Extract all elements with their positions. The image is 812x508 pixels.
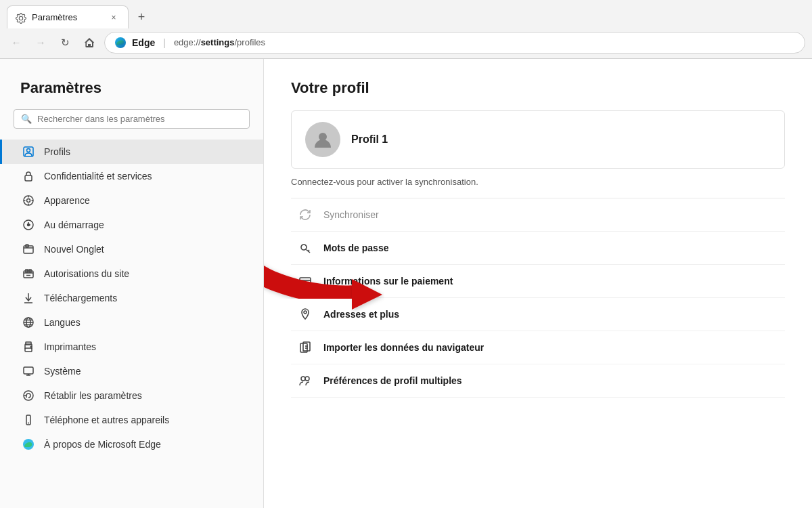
address-bar-row: ← → ↻: [0, 28, 812, 58]
search-box[interactable]: 🔍: [14, 109, 250, 129]
svg-point-11: [28, 224, 30, 226]
sidebar-item-telechargements[interactable]: Téléchargements: [0, 286, 263, 310]
sidebar-item-langues[interactable]: Langues: [0, 310, 263, 335]
autorisations-icon: [22, 268, 35, 280]
sidebar-label-autorisations: Autorisations du site: [44, 268, 129, 279]
sidebar-item-systeme[interactable]: Système: [0, 359, 263, 383]
svg-rect-39: [300, 278, 311, 285]
sidebar-item-demarrage[interactable]: Au démarrage: [0, 213, 263, 237]
page-title: Votre profil: [291, 79, 785, 97]
settings-tab-icon: [16, 12, 26, 23]
svg-point-47: [301, 377, 305, 381]
svg-point-36: [301, 245, 307, 250]
menu-item-label-mots-de-passe: Mots de passe: [323, 242, 388, 253]
langues-icon: [22, 316, 35, 329]
svg-point-42: [304, 311, 307, 314]
apparence-icon: [22, 194, 35, 207]
sidebar: Paramètres 🔍 Profils: [0, 59, 264, 508]
sidebar-item-confidentialite[interactable]: Confidentialité et services: [0, 164, 263, 188]
avatar: [305, 122, 340, 157]
forward-button[interactable]: →: [31, 33, 50, 52]
tab-close-button[interactable]: ×: [108, 12, 120, 24]
address-separator: |: [163, 37, 166, 48]
browser-content: Paramètres 🔍 Profils: [0, 59, 812, 508]
mots-de-passe-icon: [298, 240, 313, 255]
adresses-icon: [298, 307, 313, 322]
sidebar-item-nouvel-onglet[interactable]: Nouvel Onglet: [0, 237, 263, 261]
sidebar-item-profils[interactable]: Profils: [0, 140, 263, 164]
menu-item-synchroniser: Synchroniser: [291, 198, 785, 232]
sidebar-label-profils: Profils: [44, 146, 70, 157]
imprimantes-icon: [22, 341, 35, 353]
profile-card[interactable]: Profil 1: [291, 110, 785, 169]
main-content: Votre profil Profil 1 Connectez-vous pou…: [264, 59, 812, 508]
menu-item-label-importer: Importer les données du navigateur: [323, 342, 484, 353]
refresh-button[interactable]: ↻: [55, 33, 74, 52]
svg-point-27: [30, 346, 32, 347]
settings-tab[interactable]: Paramètres ×: [7, 5, 129, 28]
sidebar-label-apparence: Apparence: [44, 195, 90, 206]
sync-notice: Connectez-vous pour activer la synchroni…: [291, 169, 785, 198]
apropos-icon: [22, 438, 35, 450]
back-button[interactable]: ←: [7, 33, 26, 52]
svg-point-48: [305, 377, 309, 381]
sidebar-label-demarrage: Au démarrage: [44, 219, 104, 230]
synchroniser-icon: [298, 207, 313, 222]
svg-line-38: [308, 250, 309, 251]
sidebar-item-imprimantes[interactable]: Imprimantes: [0, 335, 263, 359]
sidebar-item-apropos[interactable]: À propos de Microsoft Edge: [0, 432, 263, 457]
retablir-icon: [22, 389, 35, 402]
main-wrapper: Votre profil Profil 1 Connectez-vous pou…: [291, 79, 785, 398]
sidebar-label-apropos: À propos de Microsoft Edge: [44, 439, 161, 450]
profile-name: Profil 1: [351, 133, 388, 146]
svg-rect-26: [26, 342, 31, 345]
menu-item-preferences-profil[interactable]: Préférences de profil multiples: [291, 364, 785, 398]
sidebar-title: Paramètres: [0, 79, 263, 109]
profils-icon: [22, 146, 35, 158]
sidebar-label-imprimantes: Imprimantes: [44, 341, 96, 352]
menu-item-label-adresses: Adresses et plus: [323, 309, 399, 320]
home-button[interactable]: [80, 33, 99, 52]
menu-item-mots-de-passe[interactable]: Mots de passe: [291, 232, 785, 265]
edge-logo-icon: [114, 37, 127, 49]
browser-chrome: Paramètres × + ← → ↻: [0, 0, 812, 59]
menu-item-adresses[interactable]: Adresses et plus: [291, 298, 785, 331]
menu-item-paiement[interactable]: Informations sur le paiement: [291, 265, 785, 298]
sidebar-label-nouvel-onglet: Nouvel Onglet: [44, 244, 104, 255]
search-input[interactable]: [37, 114, 242, 124]
search-icon: 🔍: [21, 114, 32, 124]
svg-rect-14: [24, 271, 33, 278]
confidentialite-icon: [22, 170, 35, 182]
systeme-icon: [22, 365, 35, 377]
svg-point-2: [27, 149, 30, 152]
menu-item-label-synchroniser: Synchroniser: [323, 209, 379, 220]
menu-item-label-paiement: Informations sur le paiement: [323, 276, 453, 287]
preferences-profil-icon: [298, 373, 313, 388]
menu-item-label-preferences-profil: Préférences de profil multiples: [323, 375, 462, 386]
svg-rect-25: [25, 348, 32, 352]
sidebar-item-retablir[interactable]: Rétablir les paramètres: [0, 383, 263, 408]
sidebar-label-systeme: Système: [44, 366, 81, 377]
sidebar-item-telephone[interactable]: Téléphone et autres appareils: [0, 408, 263, 432]
telechargements-icon: [22, 292, 35, 304]
svg-point-5: [27, 199, 30, 203]
new-tab-button[interactable]: +: [131, 7, 152, 27]
sidebar-label-telechargements: Téléchargements: [44, 293, 117, 303]
nouvel-onglet-icon: [22, 243, 35, 255]
sidebar-label-telephone: Téléphone et autres appareils: [44, 415, 169, 425]
sidebar-label-langues: Langues: [44, 317, 81, 328]
sidebar-item-apparence[interactable]: Apparence: [0, 188, 263, 213]
svg-rect-28: [24, 367, 33, 374]
telephone-icon: [22, 414, 35, 426]
sidebar-label-retablir: Rétablir les paramètres: [44, 390, 142, 401]
paiement-icon: [298, 274, 313, 289]
demarrage-icon: [22, 219, 35, 231]
sidebar-label-confidentialite: Confidentialité et services: [44, 171, 152, 182]
menu-item-importer[interactable]: Importer les données du navigateur: [291, 331, 785, 364]
sidebar-item-autorisations[interactable]: Autorisations du site: [0, 261, 263, 286]
address-url: edge://settings/profiles: [174, 37, 265, 47]
tab-title: Paramètres: [32, 12, 102, 22]
address-bar[interactable]: Edge | edge://settings/profiles: [104, 32, 805, 54]
importer-icon: [298, 340, 313, 355]
svg-rect-3: [25, 175, 32, 181]
